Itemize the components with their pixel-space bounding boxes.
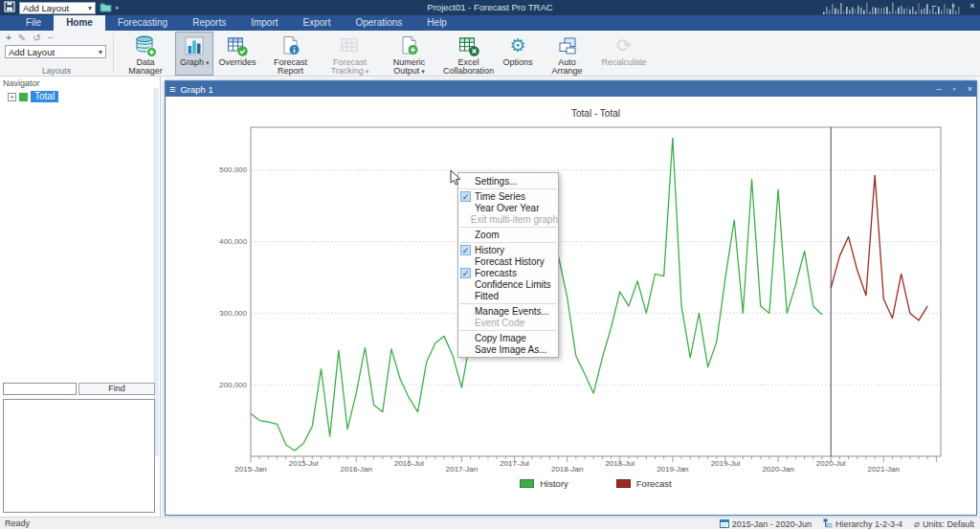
menu-tab-export[interactable]: Export [291,15,344,31]
status-ready: Ready [5,518,30,528]
check-placeholder [460,306,471,317]
check-placeholder [460,203,471,213]
menu-item-save-image-as[interactable]: Save Image As... [458,343,558,355]
edit-layout-icon[interactable]: ✎ [18,33,26,43]
menu-tab-import[interactable]: Import [238,15,290,31]
ribbon-button-label: Data Manager [121,58,170,77]
layouts-group: +✎↺− Add Layout ▾ Layouts [3,32,110,76]
reset-layout-icon[interactable]: ↺ [33,33,40,43]
check-placeholder [460,279,471,290]
navigator-results-listbox[interactable] [3,399,155,513]
status-hierarchy[interactable]: Hierarchy 1-2-3-4 [823,518,902,529]
x-axis-tick-label: 2016-Jan [341,465,372,474]
checkmark-icon: ✓ [460,268,471,278]
menu-tab-help[interactable]: Help [414,15,459,31]
plot-border [251,127,941,456]
x-axis-tick-label: 2018-Jul [605,459,635,468]
menu-item-label: Year Over Year [475,203,539,213]
menu-tab-file[interactable]: File [13,15,54,31]
menu-item-label: Confidence Limits [475,279,550,290]
ribbon-button-excel-collaboration[interactable]: Excel Collaboration [439,32,499,76]
x-axis-tick-label: 2019-Jul [711,459,741,468]
status-right: 2015-Jan - 2020-Jun Hierarchy 1-2-3-4 ⌀ … [720,518,974,529]
legend-item-forecast: Forecast [616,478,672,489]
find-button[interactable]: Find [78,383,155,395]
ribbon-button-auto-arrange[interactable]: Auto Arrange [538,32,597,76]
check-placeholder [460,291,471,301]
dropdown-caret-icon: ▾ [364,68,368,75]
x-axis-tick-label: 2017-Jul [500,459,529,468]
checkmark-icon: ✓ [460,245,471,255]
forecast-line [831,175,927,320]
menu-item-label: Zoom [475,230,500,240]
status-date-range[interactable]: 2015-Jan - 2020-Jun [720,518,812,529]
layout-combo-ribbon[interactable]: Add Layout ▾ [5,45,106,58]
window-close-button[interactable]: × [968,84,972,94]
window-minimize-button[interactable]: – [937,84,942,94]
window-maximize-button[interactable]: ▫ [953,84,956,94]
check-placeholder [460,214,467,225]
tree-expand-icon[interactable]: + [8,93,16,101]
ribbon-buttons: Data ManagerGraph ▾OverridesForecast Rep… [116,32,652,76]
check-placeholder [460,344,471,355]
menu-item-forecasts[interactable]: ✓Forecasts [458,267,558,278]
ribbon-button-forecast-report[interactable]: Forecast Report [261,32,321,76]
remove-layout-icon[interactable]: − [48,33,54,43]
menu-item-label: Manage Events... [475,306,549,317]
menu-item-label: Time Series [475,191,525,202]
menu-item-label: Copy Image [475,333,526,343]
ribbon-button-numeric-output[interactable]: Numeric Output ▾ [380,32,439,76]
windows-arrange-icon [556,34,579,57]
menu-item-settings[interactable]: Settings... [458,175,558,187]
legend-label: Forecast [636,478,672,489]
ribbon-button-label: Auto Arrange [543,58,592,77]
menu-tab-home[interactable]: Home [54,15,105,31]
ribbon-button-label: Forecast Tracking ▾ [325,58,375,77]
layout-combo-value: Add Layout [9,47,55,57]
menu-item-fitted[interactable]: Fitted [458,290,558,301]
ribbon-group-label: Layouts [3,66,110,76]
menu-item-time-series[interactable]: ✓Time Series [458,190,558,202]
x-axis-tick-label: 2020-Jul [816,459,846,468]
close-button[interactable]: × [967,1,978,11]
graph-context-menu: Settings...✓Time SeriesYear Over YearExi… [457,172,559,358]
legend-item-history: History [520,478,568,489]
ribbon-button-graph[interactable]: Graph ▾ [175,32,213,76]
menu-item-zoom[interactable]: Zoom [458,229,558,240]
graph-window-content: Total - Total200,000300,000400,000500,00… [166,97,976,515]
calendar-icon [720,518,729,529]
menu-item-forecast-history[interactable]: Forecast History [458,255,558,267]
menu-item-confidence-limits[interactable]: Confidence Limits [458,278,558,290]
find-input[interactable] [3,383,77,395]
menu-tab-operations[interactable]: Operations [343,15,414,31]
maximize-button[interactable]: ▫ [947,1,959,11]
menu-item-history[interactable]: ✓History [458,244,558,255]
graph-window-titlebar[interactable]: ≡ Graph 1 – ▫ × [166,81,976,97]
bar-chart-icon [183,34,206,57]
menu-item-year-over-year[interactable]: Year Over Year [458,202,558,213]
ribbon-button-label: Overrides [218,58,256,67]
history-swatch [520,479,534,488]
menu-item-label: Forecast History [475,256,545,267]
tree-item-total[interactable]: + Total [8,91,160,102]
minimize-button[interactable]: – [928,1,940,11]
ribbon-button-overrides[interactable]: Overrides [213,32,260,76]
ribbon-button-data-manager[interactable]: Data Manager [116,32,175,76]
graph-window-controls: – ▫ × [937,84,972,94]
table-excel-icon [457,34,480,57]
add-layout-icon[interactable]: + [6,33,11,43]
graph-window: ≡ Graph 1 – ▫ × Total - Total200,000300,… [165,80,977,516]
ribbon-button-options[interactable]: ⚙Options [499,32,538,76]
ribbon-button-label: Options [503,58,533,67]
status-hierarchy-label: Hierarchy 1-2-3-4 [835,519,902,529]
menu-tab-forecasting[interactable]: Forecasting [105,15,180,31]
check-placeholder [460,230,471,240]
menu-tab-reports[interactable]: Reports [180,15,238,31]
chart-title: Total - Total [571,108,620,119]
table-check-icon [226,34,249,57]
status-units[interactable]: ⌀ Units: Default [914,519,974,529]
menu-item-manage-events[interactable]: Manage Events... [458,305,558,317]
menu-item-copy-image[interactable]: Copy Image [458,332,558,343]
window-menu-icon[interactable]: ≡ [169,82,175,96]
checkmark-icon: ✓ [460,191,471,202]
